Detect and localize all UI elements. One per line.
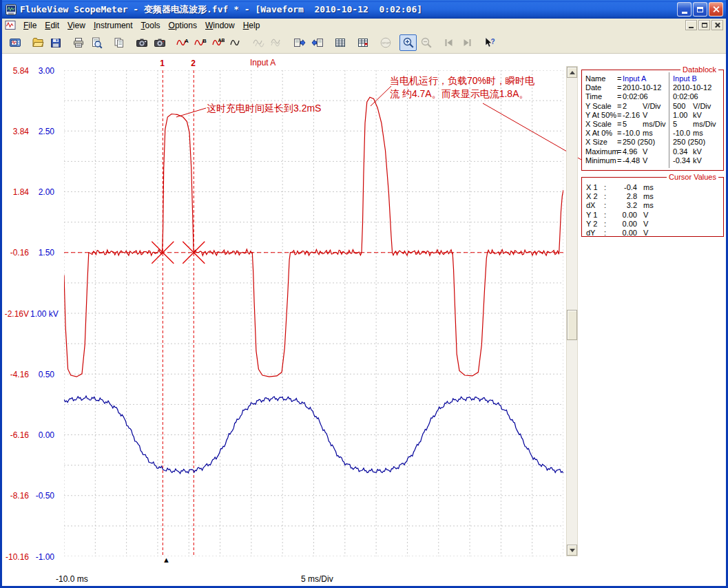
cursor-value-number: -0.4: [611, 183, 637, 192]
title-bar[interactable]: FlukeView ScopeMeter - 变频器电流波形.fvf * - […: [2, 0, 726, 19]
datablock-label: Minimum: [585, 156, 617, 165]
waveform-input-b-button[interactable]: B: [191, 34, 209, 51]
save-file-button[interactable]: [47, 34, 64, 51]
cursor-values-title: Cursor Values: [667, 173, 718, 181]
datablock-value-a: 4.96: [623, 147, 643, 156]
annotation-1: 这时充电时间延长到3.2mS: [207, 102, 321, 115]
datablock-label: Time: [585, 92, 617, 101]
y-axis-label-input-b: 3.00: [30, 66, 54, 76]
restore-icon: [697, 7, 703, 12]
equals-sign: =: [617, 129, 623, 138]
cursor-value-unit: ms: [643, 183, 654, 192]
trigger-position-marker[interactable]: ▲: [163, 556, 170, 564]
cursor-value-number: 3.2: [611, 201, 637, 210]
print-preview-button[interactable]: [87, 34, 105, 51]
arrow-up-icon: [570, 71, 575, 74]
cursor-value-label: X 2: [586, 192, 604, 201]
close-button[interactable]: [709, 2, 723, 17]
export-data-button[interactable]: [331, 34, 349, 51]
context-help-button[interactable]: ?: [481, 34, 498, 51]
scroll-down-button[interactable]: [567, 545, 577, 556]
datablock-unit-a: V: [643, 156, 669, 165]
menu-edit[interactable]: Edit: [41, 19, 63, 32]
datablock-value-a: 5: [623, 120, 643, 129]
datablock-value-a: -4.48: [623, 156, 643, 165]
open-file-button[interactable]: [29, 34, 46, 51]
y-axis-label-input-b: 0.50: [30, 370, 54, 379]
datablock-value-b: 250 (250): [673, 138, 693, 147]
waveform-input-ab-button[interactable]: AB: [209, 34, 227, 51]
zoom-in-button[interactable]: [399, 34, 417, 51]
mdi-close-button[interactable]: [711, 20, 723, 30]
y-axis-label-input-a: -8.16: [3, 491, 29, 501]
send-to-instrument-button[interactable]: [291, 34, 308, 51]
equals-sign: =: [617, 83, 623, 92]
cursor-value-unit: ms: [643, 192, 654, 201]
overlay-waveforms-button: [268, 34, 285, 51]
datablock-unit-b: ms/Div: [693, 120, 716, 129]
datablock-row-date: Date=2010-10-122010-10-12: [582, 83, 723, 92]
waveform-plot[interactable]: [64, 70, 563, 556]
datablock-unit-a: [643, 138, 669, 147]
cursor-value-unit: V: [643, 211, 648, 220]
mdi-minimize-button[interactable]: [685, 20, 697, 30]
menu-instrument[interactable]: Instrument: [90, 19, 137, 32]
cursor-value-label: dX: [586, 201, 604, 210]
scrollbar-thumb[interactable]: [567, 310, 577, 340]
datablock-panel: Datablock Name=Input AInput BDate=2010-1…: [581, 70, 724, 171]
datablock-row-x-scale: X Scale=5ms/Div5ms/Div: [582, 120, 723, 129]
copy-button[interactable]: [110, 34, 127, 51]
cursor-value-number: 2.8: [611, 192, 637, 201]
datablock-unit-a: ms: [643, 129, 669, 138]
cursor-value-unit: ms: [643, 201, 654, 210]
read-from-instrument-button[interactable]: [309, 34, 326, 51]
datablock-unit-a: [643, 92, 669, 101]
stop-acquisition-button: STOP: [377, 34, 394, 51]
datablock-row-x-at-0-: X At 0%=-10.0ms-10.0ms: [582, 129, 723, 138]
menu-options[interactable]: Options: [165, 19, 201, 32]
y-axis-label-input-a: 3.84: [3, 127, 29, 136]
colon-sign: :: [604, 192, 611, 201]
stop-acquisition-icon: STOP: [379, 36, 392, 49]
menu-help[interactable]: Help: [239, 19, 264, 32]
waveform-input-a-button[interactable]: A: [174, 34, 191, 51]
cursor-value-unit: V: [643, 229, 648, 238]
spreadsheet-log-button[interactable]: [354, 34, 371, 51]
waveform-input-b-icon: B: [194, 36, 207, 49]
datablock-value-a: 2: [623, 102, 643, 111]
y-axis-label-input-b: 1.50: [30, 248, 54, 258]
datablock-value-b: Input B: [673, 74, 693, 83]
camera-capture-button[interactable]: [133, 34, 150, 51]
camera-capture-icon: [136, 36, 148, 49]
datablock-unit-b: ms: [693, 129, 703, 138]
scroll-up-button[interactable]: [567, 67, 577, 78]
go-first-button: [440, 34, 457, 51]
cursor-value-number: 0.00: [611, 220, 637, 229]
menu-file[interactable]: File: [19, 19, 41, 32]
go-last-button: [458, 34, 475, 51]
minimize-button[interactable]: [677, 2, 691, 17]
window-title: FlukeView ScopeMeter - 变频器电流波形.fvf * - […: [20, 3, 677, 16]
cursor-value-row-x-2: X 2:2.8ms: [582, 192, 723, 201]
mdi-restore-button[interactable]: [698, 20, 710, 30]
waveform-document-icon[interactable]: [5, 20, 17, 30]
waveform-math-button[interactable]: [227, 34, 245, 51]
datablock-unit-b: V/Div: [693, 102, 711, 111]
cursor-value-label: Y 1: [586, 211, 604, 220]
camera-capture-alt-button[interactable]: [151, 34, 168, 51]
menu-window[interactable]: Window: [201, 19, 239, 32]
cursor-2-label[interactable]: 2: [191, 59, 196, 68]
print-button[interactable]: [70, 34, 87, 51]
y-axis-label-input-a: -6.16: [3, 430, 29, 440]
cursor-value-row-x-1: X 1:-0.4ms: [582, 183, 723, 192]
cursor-value-label: dY: [586, 229, 604, 238]
read-from-instrument-icon: [311, 36, 324, 49]
go-first-icon: [443, 36, 455, 49]
cursor-1-label[interactable]: 1: [160, 59, 165, 68]
connect-instrument-button[interactable]: [6, 34, 23, 51]
vertical-scrollbar: [566, 66, 578, 556]
menu-view[interactable]: View: [63, 19, 90, 32]
menu-tools[interactable]: Tools: [137, 19, 165, 32]
toolbar: ABABSTOP?: [2, 32, 726, 54]
restore-button[interactable]: [693, 2, 707, 17]
